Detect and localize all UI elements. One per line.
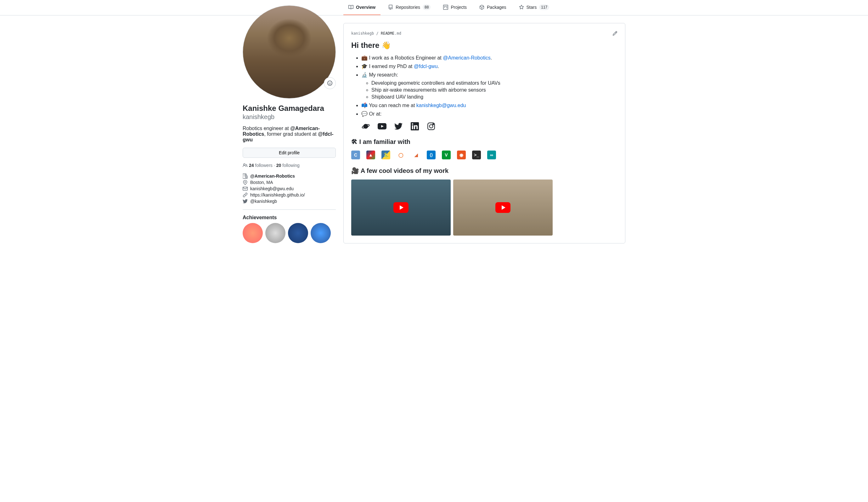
tool-ubuntu-icon[interactable]: ◉: [457, 151, 466, 159]
edit-readme-button[interactable]: [612, 31, 618, 36]
repo-icon: [388, 5, 393, 10]
readme-heading-videos: 🎥 A few cool videos of my work: [351, 167, 618, 174]
play-icon: [393, 202, 409, 213]
achievement-badge[interactable]: [311, 223, 331, 243]
tab-projects[interactable]: Projects: [438, 0, 472, 15]
tool-jupyter-icon[interactable]: ◯: [396, 151, 405, 159]
detail-company[interactable]: @American-Robotics: [242, 173, 336, 179]
achievement-badge[interactable]: [265, 223, 286, 243]
svg-point-8: [433, 124, 434, 125]
project-icon: [443, 5, 448, 10]
linkedin-icon[interactable]: [410, 122, 419, 131]
play-icon: [495, 202, 510, 213]
detail-email[interactable]: kanishkegb@gwu.edu: [242, 185, 336, 192]
tool-vscode-icon[interactable]: ⟨⟩: [427, 151, 436, 159]
profile-tabs: Overview Repositories 88 Projects Packag…: [343, 0, 554, 15]
readme-list-item: 💼 I work as a Robotics Engineer at @Amer…: [361, 55, 618, 61]
twitter-icon: [242, 199, 248, 204]
readme-heading-hi: Hi there 👋: [351, 41, 618, 50]
profile-fullname: Kanishke Gamagedara: [242, 104, 336, 113]
planet-icon[interactable]: [361, 122, 370, 131]
instagram-icon[interactable]: [427, 122, 436, 131]
readme-path: kanishkegb / README.md: [351, 31, 401, 36]
readme-list-item: 💬 Or at:: [361, 111, 618, 117]
tools-list: C▲🐍◯◢⟨⟩V◉>_∞: [351, 151, 618, 159]
star-icon: [519, 5, 524, 10]
mail-icon: [242, 186, 248, 191]
tool-vim-icon[interactable]: V: [442, 151, 451, 159]
svg-point-1: [329, 82, 330, 83]
organization-icon: [242, 173, 248, 179]
link-fdcl-gwu[interactable]: @fdcl-gwu: [414, 64, 438, 69]
detail-website[interactable]: https://kanishkegb.github.io/: [242, 192, 336, 198]
achievement-badge[interactable]: [288, 223, 308, 243]
svg-point-2: [330, 82, 331, 83]
tab-overview[interactable]: Overview: [343, 0, 381, 15]
detail-twitter[interactable]: @kanishkegb: [242, 198, 336, 204]
tool-python-icon[interactable]: 🐍: [381, 151, 390, 159]
youtube-icon[interactable]: [378, 122, 386, 131]
social-links: [351, 122, 618, 131]
detail-location: Boston, MA: [242, 179, 336, 185]
achievement-badge[interactable]: [242, 223, 263, 243]
twitter-icon[interactable]: [394, 122, 403, 131]
tool-cpp-icon[interactable]: C: [351, 151, 360, 159]
profile-sidebar: Kanishke Gamagedara kanishkegb Robotics …: [242, 6, 336, 243]
tool-terminal-icon[interactable]: >_: [472, 151, 481, 159]
tool-cmake-icon[interactable]: ▲: [366, 151, 375, 159]
tool-arduino-icon[interactable]: ∞: [487, 151, 496, 159]
achievements-list: [242, 223, 336, 243]
profile-bio: Robotics engineer at @American-Robotics,…: [242, 126, 336, 143]
edit-profile-button[interactable]: Edit profile: [242, 148, 336, 158]
video-thumbnail[interactable]: [453, 180, 552, 235]
profile-username: kanishkegb: [242, 113, 336, 121]
link-email[interactable]: kanishkegb@gwu.edu: [416, 103, 466, 108]
svg-point-7: [430, 125, 433, 128]
main-content: kanishkegb / README.md Hi there 👋 💼 I wo…: [343, 16, 626, 243]
link-american-robotics[interactable]: @American-Robotics: [443, 55, 490, 60]
follow-stats[interactable]: 24 followers · 20 following: [242, 163, 336, 168]
readme-list-item: 📫 You can reach me at kanishkegb@gwu.edu: [361, 102, 618, 108]
readme-list-item: 🔬 My research: Developing geometric cont…: [361, 72, 618, 100]
package-icon: [479, 5, 484, 10]
tool-matlab-icon[interactable]: ◢: [412, 151, 421, 159]
people-icon: [242, 163, 248, 168]
book-icon: [348, 5, 353, 10]
tab-stars[interactable]: Stars 117: [514, 0, 555, 15]
readme-list-item: 🎓 I earned my PhD at @fdcl-gwu.: [361, 63, 618, 69]
link-icon: [242, 192, 248, 198]
video-thumbnail[interactable]: [351, 180, 451, 235]
readme-panel: kanishkegb / README.md Hi there 👋 💼 I wo…: [343, 23, 626, 243]
location-icon: [242, 180, 248, 185]
tab-repositories[interactable]: Repositories 88: [383, 0, 436, 15]
readme-heading-familiar: 🛠 I am familiar with: [351, 138, 618, 145]
set-status-button[interactable]: [324, 77, 336, 89]
svg-point-0: [328, 81, 332, 86]
tab-packages[interactable]: Packages: [474, 0, 511, 15]
smiley-icon: [327, 81, 332, 86]
achievements-heading: Achievements: [242, 215, 336, 220]
avatar[interactable]: [242, 6, 336, 99]
